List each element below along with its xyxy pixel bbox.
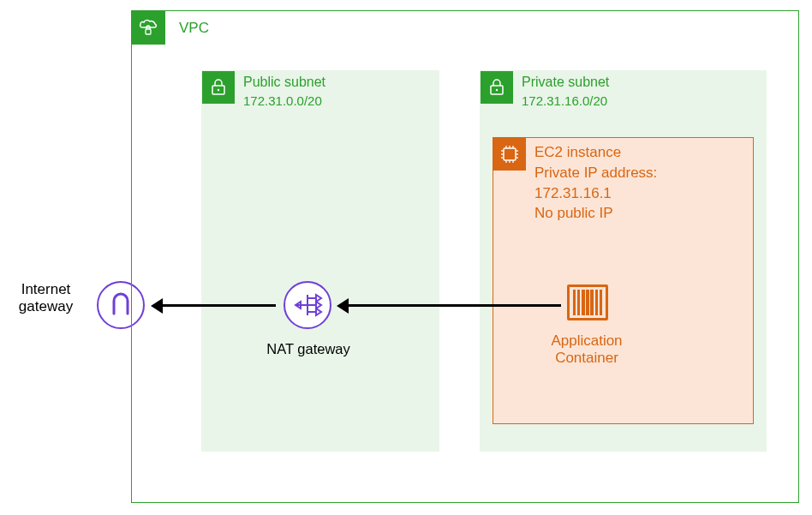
ec2-title: EC2 instance — [534, 142, 657, 163]
internet-gateway-label: Internet gateway — [9, 281, 82, 315]
nat-gateway-icon — [284, 281, 331, 329]
public-subnet: Public subnet 172.31.0.0/20 — [201, 70, 439, 452]
arrow-nat-to-igw — [161, 304, 276, 307]
vpc-badge-icon — [131, 10, 165, 45]
ec2-private-ip-label: Private IP address: — [534, 163, 657, 183]
svg-marker-20 — [316, 295, 321, 302]
igw-label-line2: gateway — [9, 298, 82, 315]
svg-marker-22 — [316, 302, 321, 308]
svg-rect-0 — [146, 29, 151, 34]
vpc-label: VPC — [179, 20, 209, 37]
ec2-private-ip: 172.31.16.1 — [534, 183, 657, 204]
svg-point-4 — [496, 89, 498, 91]
container-label-line1: Application — [531, 332, 642, 350]
svg-rect-5 — [504, 148, 516, 160]
ec2-info: EC2 instance Private IP address: 172.31.… — [534, 142, 657, 224]
container-label-line2: Container — [531, 350, 642, 367]
private-subnet-badge-icon — [481, 71, 513, 104]
container-label: Application Container — [531, 332, 642, 367]
private-subnet-label: Private subnet — [522, 75, 609, 90]
igw-label-line1: Internet — [9, 281, 82, 298]
application-container-icon — [567, 284, 608, 320]
private-subnet-cidr: 172.31.16.0/20 — [522, 93, 607, 108]
ec2-instance-box: EC2 instance Private IP address: 172.31.… — [493, 137, 754, 424]
nat-gateway-label: NAT gateway — [257, 341, 360, 357]
svg-point-2 — [218, 89, 219, 91]
svg-marker-24 — [316, 308, 321, 315]
arrow-container-to-nat — [347, 304, 561, 307]
ec2-public-ip-note: No public IP — [534, 203, 657, 224]
ec2-badge-icon — [493, 138, 526, 171]
public-subnet-label: Public subnet — [243, 75, 325, 90]
public-subnet-cidr: 172.31.0.0/20 — [243, 93, 322, 108]
public-subnet-badge-icon — [202, 71, 235, 104]
